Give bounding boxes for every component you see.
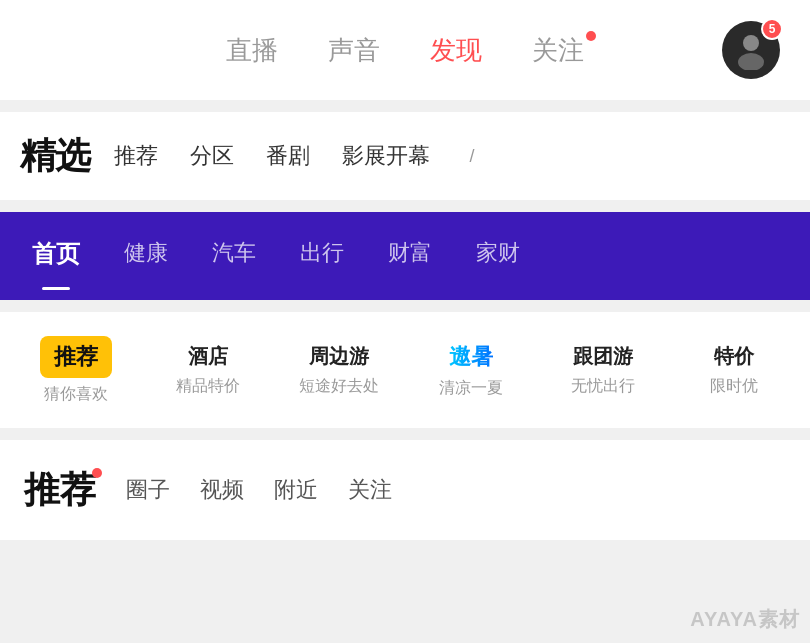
purple-nav: 首页 健康 汽车 出行 财富 家财 [0,212,810,300]
travel-tab-group[interactable]: 跟团游 无忧出行 [537,343,669,397]
jingxuan-tab-fenqu[interactable]: 分区 [190,141,234,171]
travel-tab-nearby[interactable]: 周边游 短途好去处 [273,343,405,397]
travel-youqi-sub: 清凉一夏 [439,378,503,399]
recommend-tab-circle[interactable]: 圈子 [126,475,170,505]
travel-special-sub: 限时优 [710,376,758,397]
avatar-container[interactable]: 5 [722,21,780,79]
avatar-area[interactable]: 5 [722,21,780,79]
travel-youqi-label: 遨暑 [449,342,493,372]
jingxuan-section: 精选 推荐 分区 番剧 影展开幕 / [0,112,810,200]
recommend-title: 推荐 [24,466,96,515]
travel-tab-youqi[interactable]: 遨暑 清凉一夏 [405,342,537,399]
jingxuan-tabs: 推荐 分区 番剧 影展开幕 / [114,141,790,171]
travel-section: 推荐 猜你喜欢 酒店 精品特价 周边游 短途好去处 遨暑 清凉一夏 跟团游 无忧… [0,312,810,428]
travel-hotel-sub: 精品特价 [176,376,240,397]
gap-2 [0,200,810,212]
travel-nearby-sub: 短途好去处 [299,376,379,397]
travel-recommend-label: 推荐 [40,336,112,378]
avatar-badge: 5 [761,18,783,40]
svg-point-0 [743,35,759,51]
recommend-tab-follow[interactable]: 关注 [348,475,392,505]
jingxuan-arrow: / [462,146,482,166]
purple-nav-home[interactable]: 首页 [10,212,102,300]
gap-4 [0,428,810,440]
gap-3 [0,300,810,312]
purple-nav-wealth[interactable]: 财富 [366,212,454,300]
travel-tab-special[interactable]: 特价 限时优 [668,343,800,397]
jingxuan-tab-tuijian[interactable]: 推荐 [114,141,158,171]
nav-item-sound[interactable]: 声音 [328,33,380,68]
recommend-tab-nearby[interactable]: 附近 [274,475,318,505]
top-nav-items: 直播 声音 发现 关注 [20,33,790,68]
gap-1 [0,100,810,112]
recommend-tab-video[interactable]: 视频 [200,475,244,505]
recommend-tabs: 圈子 视频 附近 关注 [126,475,392,505]
travel-group-sub: 无忧出行 [571,376,635,397]
nav-item-live[interactable]: 直播 [226,33,278,68]
travel-nearby-label: 周边游 [309,343,369,370]
jingxuan-tab-banju[interactable]: 番剧 [266,141,310,171]
purple-nav-family[interactable]: 家财 [454,212,542,300]
travel-recommend-sub: 猜你喜欢 [44,384,108,405]
top-nav: 直播 声音 发现 关注 5 [0,0,810,100]
jingxuan-title: 精选 [20,132,90,181]
travel-special-label: 特价 [714,343,754,370]
nav-item-discover[interactable]: 发现 [430,33,482,68]
jingxuan-tab-yingzhan[interactable]: 影展开幕 [342,141,430,171]
watermark: AYAYA素材 [690,606,800,633]
purple-nav-car[interactable]: 汽车 [190,212,278,300]
travel-tab-recommend[interactable]: 推荐 猜你喜欢 [10,336,142,405]
purple-nav-health[interactable]: 健康 [102,212,190,300]
travel-tab-hotel[interactable]: 酒店 精品特价 [142,343,274,397]
recommend-dot [92,468,102,478]
purple-nav-travel[interactable]: 出行 [278,212,366,300]
recommend-nav: 推荐 圈子 视频 附近 关注 [0,440,810,540]
travel-group-label: 跟团游 [573,343,633,370]
svg-point-1 [738,53,764,70]
follow-notification-dot [586,31,596,41]
nav-item-follow[interactable]: 关注 [532,33,584,68]
travel-hotel-label: 酒店 [188,343,228,370]
